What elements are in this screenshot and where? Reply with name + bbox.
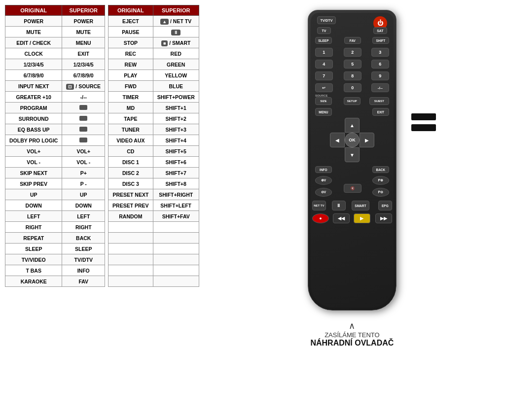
sat-button[interactable]: SAT xyxy=(373,27,387,34)
superior-cell: FAV xyxy=(62,276,105,287)
table-row: EDIT / CHECKMENU xyxy=(5,37,105,48)
back-button[interactable]: BACK xyxy=(372,166,389,173)
superior-cell xyxy=(62,103,105,113)
prog-up-button[interactable]: P⊕ xyxy=(372,176,389,185)
original-cell: CLOCK xyxy=(5,48,62,59)
smart-button[interactable]: SMART xyxy=(352,201,369,210)
remote-container: TV/DTV ⏻ TV SAT SLEEP FAV SHIFT 1 2 3 4 … xyxy=(298,10,406,315)
mute-button[interactable]: 🔇 xyxy=(344,184,361,193)
button-9[interactable]: 9 xyxy=(371,71,389,80)
epg-button[interactable]: EPG xyxy=(378,201,392,210)
table-row: GREATER +10-/-- xyxy=(5,92,105,103)
table-row: SLEEPSLEEP xyxy=(5,244,105,254)
table-row: DISC 1SHIFT+6 xyxy=(108,157,199,168)
button-7[interactable]: 7 xyxy=(315,71,333,80)
table-row: VIDEO AUXSHIFT+4 xyxy=(108,135,199,146)
button-3[interactable]: 3 xyxy=(371,48,389,57)
table-row: TV/VIDEOTV/DTV xyxy=(5,254,105,265)
superior-cell: SLEEP xyxy=(62,244,105,254)
rec-button[interactable]: ● xyxy=(312,213,329,223)
setup-button[interactable]: SETUP xyxy=(344,97,361,105)
table-row: TIMERSHIFT+POWER xyxy=(108,92,199,103)
table-row: FWDBLUE xyxy=(108,81,199,92)
exit-button[interactable]: EXIT xyxy=(372,108,389,116)
superior-cell xyxy=(153,265,199,276)
shift-button[interactable]: SHIFT xyxy=(372,37,389,44)
superior-cell: SHIFT+6 xyxy=(153,157,199,168)
table-row: DOLBY PRO LOGIC xyxy=(5,135,105,146)
original-cell xyxy=(108,244,153,254)
tv-button[interactable]: TV xyxy=(317,27,331,34)
table2-header-superior: SUPERIOR xyxy=(153,5,199,16)
footer-line2: NÁHRADNÍ OVLADAČ xyxy=(310,339,394,348)
table-row: DOWNDOWN xyxy=(5,200,105,211)
info-button[interactable]: INFO xyxy=(315,166,332,173)
original-cell: SURROUND xyxy=(5,113,62,124)
superior-cell: MUTE xyxy=(62,27,105,37)
table-row xyxy=(108,233,199,244)
table-row: PLAYYELLOW xyxy=(108,70,199,81)
play-button[interactable]: ▶ xyxy=(354,213,370,223)
tv-dtv-button[interactable]: TV/DTV xyxy=(317,16,336,24)
dpad-up[interactable]: ▲ xyxy=(345,118,360,133)
fwd-button[interactable]: ▶▶ xyxy=(375,213,392,223)
original-cell: DISC 1 xyxy=(108,157,153,168)
button-8[interactable]: 8 xyxy=(344,71,361,80)
prog-dn-button[interactable]: P⊖ xyxy=(372,188,389,197)
superior-cell: P+ xyxy=(62,168,105,178)
original-cell: MUTE xyxy=(5,27,62,37)
fav-button[interactable]: FAV xyxy=(344,37,361,44)
dpad-down[interactable]: ▼ xyxy=(345,147,360,162)
table-row xyxy=(108,222,199,233)
original-cell: DISC 2 xyxy=(108,168,153,178)
dpad-right[interactable]: ▶ xyxy=(360,133,374,147)
original-cell: PAUSE xyxy=(108,27,153,37)
table-row: PAUSE⏸ xyxy=(108,27,199,37)
equals-symbol xyxy=(411,113,436,131)
button-4[interactable]: 4 xyxy=(315,60,333,69)
table-row: PROGRAM xyxy=(5,103,105,113)
button-5[interactable]: 5 xyxy=(344,60,361,69)
original-cell: REW xyxy=(108,59,153,70)
table-row: PRESET NEXTSHIFT+RIGHT xyxy=(108,189,199,200)
original-cell: TV/VIDEO xyxy=(5,254,62,265)
button-6[interactable]: 6 xyxy=(371,60,389,69)
dpad-ok[interactable]: OK xyxy=(345,133,360,147)
superior-cell: ⏸ xyxy=(153,27,199,37)
sleep-button[interactable]: SLEEP xyxy=(315,37,332,44)
footer-arrow: ∧ xyxy=(310,320,394,331)
original-cell: VIDEO AUX xyxy=(108,135,153,146)
table1-header-original: ORIGINAL xyxy=(5,5,62,16)
table-row: MDSHIFT+1 xyxy=(108,103,199,113)
rew-button[interactable]: ◀◀ xyxy=(333,213,350,223)
superior-cell xyxy=(62,113,105,124)
superior-cell: SHIFT+5 xyxy=(153,146,199,157)
menu-button[interactable]: MENU xyxy=(315,108,332,116)
original-cell xyxy=(108,254,153,265)
button-2[interactable]: 2 xyxy=(344,48,361,57)
superior-cell xyxy=(153,233,199,244)
original-cell: REPEAT xyxy=(5,233,62,244)
pause-button[interactable]: ⏸ xyxy=(332,201,346,210)
original-cell: TUNER xyxy=(108,124,153,135)
original-cell: INPUT NEXT xyxy=(5,81,62,92)
original-cell: PRESET PREV xyxy=(108,200,153,211)
vol-up-button[interactable]: ⊕V xyxy=(315,176,332,185)
dpad-left[interactable]: ◀ xyxy=(330,133,345,147)
dash-button[interactable]: -/-- xyxy=(371,83,389,92)
net-tv-button[interactable]: NET TV xyxy=(312,201,326,210)
original-cell: PLAY xyxy=(108,70,153,81)
superior-cell: SHIFT+FAV xyxy=(153,211,199,222)
table-row: TUNERSHIFT+3 xyxy=(108,124,199,135)
back-arrow-button[interactable]: ↩ xyxy=(315,83,333,92)
table-row: LEFTLEFT xyxy=(5,211,105,222)
size-button[interactable]: SIZE xyxy=(315,97,332,105)
button-0[interactable]: 0 xyxy=(344,83,361,92)
remote: TV/DTV ⏻ TV SAT SLEEP FAV SHIFT 1 2 3 4 … xyxy=(308,10,397,311)
superior-cell: POWER xyxy=(62,16,105,27)
button-1[interactable]: 1 xyxy=(315,48,333,57)
subst-button[interactable]: SUBST xyxy=(369,97,389,105)
vol-dn-button[interactable]: ⊖V xyxy=(315,188,332,197)
tables-section: ORIGINAL SUPERIOR POWERPOWERMUTEMUTEEDIT… xyxy=(5,5,199,287)
right-section: TV/DTV ⏻ TV SAT SLEEP FAV SHIFT 1 2 3 4 … xyxy=(204,5,500,348)
